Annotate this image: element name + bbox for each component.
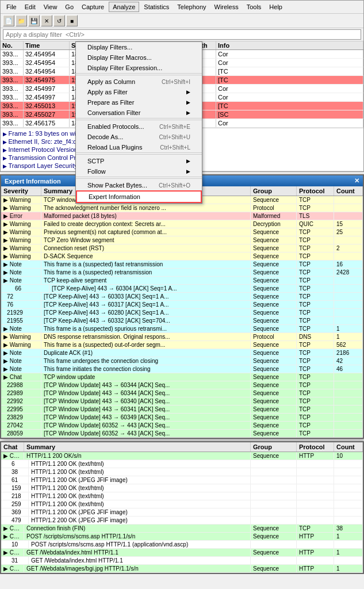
list-item[interactable]: 76 [TCP Keep-Alive] 443 → 60317 [ACK] Se… (1, 301, 363, 309)
list-item[interactable]: 159 HTTP/1.1 200 OK (text/html) (1, 484, 363, 492)
wireshark-window: File Edit View Go Capture Analyze Statis… (0, 0, 364, 172)
list-item[interactable]: 27042 [TCP Window Update] 60352 → 443 [A… (1, 422, 363, 430)
list-item[interactable]: 22988 [TCP Window Update] 443 → 60344 [A… (1, 381, 363, 389)
list-item[interactable]: ▶ Warning This frame is a (suspected) ou… (1, 341, 363, 349)
list-item[interactable]: 22992 [TCP Window Update] 443 → 60340 [A… (1, 397, 363, 406)
menu-statistics[interactable]: Statistics (140, 2, 173, 12)
toolbar: 📄 📁 💾 ✕ ↺ ■ (1, 14, 363, 28)
expert-col-count: Count (334, 186, 363, 196)
list-item[interactable]: 31 GET /Webdata/index.html HTTP/1.1 (1, 557, 363, 565)
list-item[interactable]: ▶ Chat HTTP/1.1 200 OK/s/n Sequence HTTP… (1, 452, 363, 460)
expert-info-title: Expert Information (5, 178, 61, 185)
dropdown-decode-as[interactable]: Decode As... Ctrl+Shift+U (76, 132, 202, 142)
list-item[interactable]: 23829 [TCP Window Update] 443 → 60349 [A… (1, 414, 363, 422)
header-no: No. (1, 41, 24, 49)
list-item[interactable]: ▶ Note TCP keep-alive segment Sequence T… (1, 277, 363, 285)
http-col-group: Group (251, 442, 297, 452)
expert-col-protocol: Protocol (297, 186, 334, 196)
menu-telephony[interactable]: Telephony (174, 2, 209, 12)
list-item[interactable]: ▶ Warning DNS response retransmission. O… (1, 333, 363, 341)
dropdown-expert-information[interactable]: Expert Information (76, 190, 202, 203)
dropdown-display-filter-macros[interactable]: Display Filter Macros... (76, 52, 202, 63)
toolbar-stop-btn[interactable]: ■ (66, 15, 78, 26)
list-item[interactable]: 38 HTTP/1.1 200 OK (text/html) (1, 468, 363, 476)
list-item[interactable]: ▶ Note Duplicate ACK (#1) Sequence TCP 2… (1, 349, 363, 357)
list-item[interactable]: ▶ Chat GET /Webdata/images/bgi.jpg HTTP/… (1, 565, 363, 573)
list-item[interactable]: ▶ Warning Connection reset (RST) Sequenc… (1, 244, 363, 253)
list-item[interactable]: ▶ Note This frame initiates the connecti… (1, 365, 363, 373)
toolbar-new-btn[interactable]: 📄 (3, 15, 14, 26)
expert-col-group: Group (251, 186, 297, 196)
menu-wireless[interactable]: Wireless (211, 2, 242, 12)
toolbar-reload-btn[interactable]: ↺ (53, 15, 65, 26)
list-item[interactable]: ▶ Warning The acknowledgment number fiel… (1, 204, 363, 212)
filter-bar (1, 28, 363, 41)
dropdown-apply-as-filter[interactable]: Apply as Filter ▶ (76, 87, 202, 97)
dropdown-apply-as-column[interactable]: Apply as Column Ctrl+Shift+I (76, 77, 202, 87)
dropdown-display-filters[interactable]: Display Filters... (76, 42, 202, 52)
dropdown-show-packet-bytes[interactable]: Show Packet Bytes... Ctrl+Shift+O (76, 180, 202, 190)
list-item[interactable]: ▶ Warning D-SACK Sequence Sequence TCP (1, 253, 363, 261)
dropdown-sctp[interactable]: SCTP ▶ (76, 156, 202, 166)
menu-go[interactable]: Go (62, 2, 77, 12)
list-item[interactable]: ▶ Note This frame is a (suspected) spuri… (1, 325, 363, 333)
expert-close-btn[interactable]: ✕ (354, 177, 359, 185)
list-item[interactable]: ▶ Chat TCP window update Sequence TCP (1, 373, 363, 381)
menu-edit[interactable]: Edit (21, 2, 39, 12)
list-item[interactable]: ▶ Warning TCP Zero Window segment Sequen… (1, 236, 363, 244)
expert-info-window: Expert Information ✕ Severity Summary Gr… (0, 174, 364, 439)
toolbar-open-btn[interactable]: 📁 (16, 15, 27, 26)
list-item[interactable]: 22989 [TCP Window Update] 443 → 60344 [A… (1, 389, 363, 397)
dropdown-enabled-protocols[interactable]: Enabled Protocols... Ctrl+Shift+E (76, 121, 202, 132)
toolbar-close-btn[interactable]: ✕ (41, 15, 52, 26)
menu-view[interactable]: View (40, 2, 61, 12)
list-item[interactable]: ▶ Note This frame is a (suspected) retra… (1, 269, 363, 277)
analyze-dropdown: Display Filters... Display Filter Macros… (75, 41, 202, 204)
menu-analyze[interactable]: Analyze (109, 2, 139, 12)
menu-file[interactable]: File (3, 2, 20, 12)
http-col-protocol: Protocol (297, 442, 334, 452)
dropdown-conversation-filter[interactable]: Conversation Filter ▶ (76, 108, 202, 118)
list-item[interactable]: 479 HTTP/1.2 200 OK (JPEG JFIF image) (1, 517, 363, 525)
list-item[interactable]: 21929 [TCP Keep-Alive] 443 → 60280 [ACK]… (1, 309, 363, 317)
menu-help[interactable]: Help (266, 2, 286, 12)
dropdown-reload-lua[interactable]: Reload Lua Plugins Ctrl+Shift+L (76, 142, 202, 153)
menu-capture[interactable]: Capture (78, 2, 108, 12)
list-item[interactable]: 6 HTTP/1.1 200 OK (text/html) (1, 460, 363, 468)
header-info: Info (216, 41, 363, 49)
list-item[interactable]: 10 POST /scripts/cms/scms.asp HTTP/1.1 (… (1, 541, 363, 549)
http-table-header: Chat Summary Group Protocol Count (1, 442, 363, 452)
list-item[interactable]: ▶ Note This frame is a (suspected) fast … (1, 261, 363, 269)
list-item[interactable]: 22995 [TCP Window Update] 443 → 60341 [A… (1, 406, 363, 414)
menu-bar: File Edit View Go Capture Analyze Statis… (1, 1, 363, 14)
display-filter-input[interactable] (3, 29, 361, 40)
dropdown-display-filter-expression[interactable]: Display Filter Expression... (76, 63, 202, 74)
expert-col-severity: Severity (1, 186, 41, 196)
toolbar-save-btn[interactable]: 💾 (28, 15, 40, 26)
list-item[interactable]: 259 HTTP/1.1 200 OK (text/html) (1, 500, 363, 508)
list-item[interactable]: 369 HTTP/1.1 200 OK (JPEG JFIF image) (1, 508, 363, 517)
list-item[interactable]: ▶ Warning Failed to create decryption co… (1, 220, 363, 228)
dropdown-prepare-as-filter[interactable]: Prepare as Filter ▶ (76, 97, 202, 108)
list-item[interactable]: 61 HTTP/1.1 200 OK (JPEG JFIF image) (1, 476, 363, 484)
list-item[interactable]: ▶ Note This frame undergoes the connecti… (1, 357, 363, 365)
list-item[interactable]: 72 [TCP Keep-Alive] 443 → 60303 [ACK] Se… (1, 293, 363, 301)
list-item[interactable]: ▶ Chat GET /Webdata/index.html HTTP/1.1 … (1, 549, 363, 557)
list-item[interactable]: ▶ Chat Connection finish (FIN) Sequence … (1, 525, 363, 533)
packet-area: No. Time Source Destination Protocol Len… (1, 41, 363, 128)
list-item[interactable]: ▶ Warning Previous segment(s) not captur… (1, 228, 363, 236)
menu-tools[interactable]: Tools (243, 2, 265, 12)
http-expert-window: Chat Summary Group Protocol Count ▶ Chat… (0, 441, 364, 574)
list-item[interactable]: ▶ Chat POST /scripts/cms/scms.asp HTTP/1… (1, 533, 363, 541)
dropdown-separator-4 (76, 178, 202, 179)
http-col-summary: Summary (24, 442, 251, 452)
dropdown-follow[interactable]: Follow ▶ (76, 166, 202, 177)
header-time: Time (24, 41, 70, 49)
dropdown-separator-3 (76, 154, 202, 155)
list-item[interactable]: ▶ Error Malformed packet (18 bytes) Malf… (1, 212, 363, 220)
list-item[interactable]: 218 HTTP/1.1 200 OK (text/html) (1, 492, 363, 500)
list-item[interactable]: 66 [TCP Keep-Alive] 443 → 60304 [ACK] Se… (1, 285, 363, 293)
list-item[interactable]: 28059 [TCP Window Update] 60352 → 443 [A… (1, 430, 363, 438)
list-item[interactable]: 21955 [TCP Keep-Alive] 443 → 60332 [ACK]… (1, 317, 363, 325)
dropdown-separator-1 (76, 75, 202, 75)
